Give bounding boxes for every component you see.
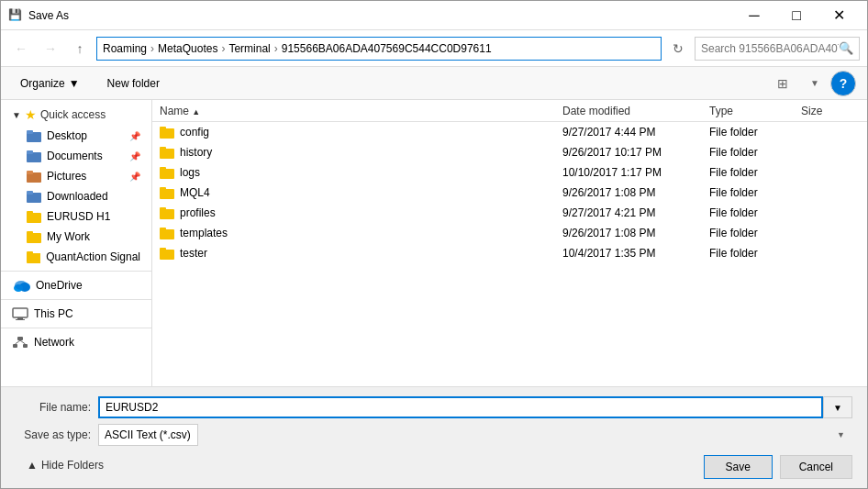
- table-row[interactable]: tester 10/4/2017 1:35 PM File folder: [152, 243, 867, 263]
- minimize-button[interactable]: ─: [733, 1, 775, 30]
- column-header-name[interactable]: Name ▲: [152, 103, 555, 119]
- table-row[interactable]: history 9/26/2017 10:17 PM File folder: [152, 142, 867, 162]
- hide-folders-label: Hide Folders: [41, 459, 104, 472]
- svg-rect-22: [23, 344, 28, 348]
- action-buttons: Save Cancel: [704, 455, 852, 479]
- file-list-header: Name ▲ Date modified Type Size: [152, 100, 867, 122]
- sidebar-item-documents[interactable]: Documents 📌: [1, 146, 151, 166]
- table-row[interactable]: profiles 9/27/2017 4:21 PM File folder: [152, 203, 867, 223]
- svg-rect-34: [160, 207, 166, 211]
- savetype-select[interactable]: ASCII Text (*.csv): [98, 424, 198, 446]
- help-button[interactable]: ?: [830, 71, 856, 96]
- close-button[interactable]: ✕: [818, 1, 860, 30]
- forward-button[interactable]: →: [38, 36, 63, 61]
- svg-line-23: [16, 340, 21, 344]
- savetype-row: Save as type: ASCII Text (*.csv): [16, 424, 852, 446]
- search-box: 🔍: [695, 37, 860, 61]
- sidebar-item-pictures[interactable]: Pictures 📌: [1, 166, 151, 186]
- breadcrumb-guid[interactable]: 915566BA06ADA407569C544CC0D97611: [282, 42, 492, 55]
- svg-rect-32: [160, 187, 166, 191]
- address-bar: ← → ↑ Roaming › MetaQuotes › Terminal › …: [1, 30, 867, 67]
- svg-rect-20: [17, 337, 23, 340]
- column-header-date[interactable]: Date modified: [555, 103, 702, 119]
- new-folder-button[interactable]: New folder: [99, 73, 168, 94]
- up-button[interactable]: ↑: [67, 36, 93, 61]
- sidebar-item-network[interactable]: Network: [1, 332, 151, 352]
- filename-label: File name:: [16, 401, 98, 414]
- hide-folders-button[interactable]: ▲ Hide Folders: [16, 455, 115, 475]
- breadcrumb-metaquotes[interactable]: MetaQuotes: [158, 42, 217, 55]
- breadcrumb-bar[interactable]: Roaming › MetaQuotes › Terminal › 915566…: [96, 37, 662, 61]
- savetype-wrapper: ASCII Text (*.csv): [98, 424, 852, 446]
- sidebar-item-desktop[interactable]: Desktop 📌: [1, 126, 151, 146]
- quick-access-header[interactable]: ▼ ★ Quick access: [1, 104, 151, 126]
- sidebar-item-label: Pictures: [47, 170, 86, 183]
- sidebar-item-label: This PC: [34, 307, 73, 320]
- svg-rect-36: [160, 228, 166, 231]
- filename-dropdown-button[interactable]: ▼: [823, 396, 852, 418]
- folder-icon: [160, 247, 174, 260]
- folder-icon: [27, 190, 41, 203]
- table-row[interactable]: templates 9/26/2017 1:08 PM File folder: [152, 223, 867, 243]
- table-row[interactable]: logs 10/10/2017 1:17 PM File folder: [152, 162, 867, 183]
- folder-icon: [27, 230, 41, 243]
- breadcrumb-roaming[interactable]: Roaming: [103, 42, 147, 55]
- sidebar-item-eurusd-h1[interactable]: EURUSD H1: [1, 206, 151, 227]
- cancel-button[interactable]: Cancel: [780, 455, 852, 479]
- sidebar-item-label: QuantAction Signal: [46, 250, 140, 263]
- folder-icon: [160, 227, 174, 239]
- svg-rect-17: [13, 308, 28, 317]
- folder-icon: [160, 186, 174, 199]
- chevron-down-icon: ▼: [12, 110, 21, 120]
- sidebar-item-thispc[interactable]: This PC: [1, 304, 151, 324]
- sidebar-divider-3: [1, 328, 151, 328]
- maximize-button[interactable]: □: [775, 1, 818, 30]
- save-as-dialog: 💾 Save As ─ □ ✕ ← → ↑ Roaming › MetaQuot…: [0, 0, 868, 489]
- svg-rect-28: [160, 147, 166, 150]
- organize-button[interactable]: Organize ▼: [12, 73, 88, 94]
- quick-access-star-icon: ★: [25, 107, 37, 122]
- sort-arrow: ▲: [192, 107, 200, 117]
- quick-access-label: Quick access: [40, 108, 106, 121]
- sidebar-item-label: Documents: [47, 150, 103, 162]
- sidebar-item-onedrive[interactable]: OneDrive: [1, 275, 151, 295]
- pin-icon: 📌: [129, 131, 140, 141]
- svg-rect-18: [17, 317, 23, 319]
- svg-rect-19: [16, 319, 25, 320]
- view-options-button[interactable]: ⊞: [766, 71, 799, 96]
- refresh-button[interactable]: ↻: [665, 36, 691, 61]
- main-content: ▼ ★ Quick access Desktop 📌 Documents 📌 P…: [1, 100, 867, 386]
- svg-rect-13: [27, 251, 33, 255]
- save-button[interactable]: Save: [704, 455, 773, 479]
- svg-rect-7: [27, 191, 33, 194]
- sidebar-item-label: Network: [34, 336, 74, 349]
- folder-icon: [27, 150, 41, 162]
- svg-point-16: [15, 281, 28, 290]
- search-input[interactable]: [701, 42, 839, 55]
- window-title: Save As: [28, 9, 733, 22]
- sidebar-item-downloaded[interactable]: Downloaded: [1, 186, 151, 206]
- svg-rect-21: [13, 344, 17, 348]
- back-button[interactable]: ←: [8, 36, 34, 61]
- column-header-size[interactable]: Size: [794, 103, 867, 119]
- folder-icon: [160, 166, 174, 179]
- savetype-label: Save as type:: [16, 428, 98, 441]
- bottom-section: File name: ▼ Save as type: ASCII Text (*…: [1, 386, 867, 488]
- column-header-type[interactable]: Type: [702, 103, 794, 119]
- breadcrumb-terminal[interactable]: Terminal: [228, 42, 270, 55]
- filename-row: File name: ▼: [16, 396, 852, 418]
- network-icon: [12, 336, 28, 349]
- onedrive-icon: [12, 279, 30, 292]
- table-row[interactable]: config 9/27/2017 4:44 PM File folder: [152, 122, 867, 142]
- svg-rect-26: [160, 127, 166, 130]
- chevron-up-icon: ▲: [27, 459, 38, 472]
- folder-icon: [160, 146, 174, 159]
- table-row[interactable]: MQL4 9/26/2017 1:08 PM File folder: [152, 183, 867, 203]
- filename-input[interactable]: [98, 396, 823, 418]
- pin-icon: 📌: [129, 172, 140, 182]
- sidebar-item-my-work[interactable]: My Work: [1, 227, 151, 247]
- file-list: Name ▲ Date modified Type Size config 9/…: [152, 100, 867, 386]
- sidebar-item-label: Downloaded: [47, 190, 108, 203]
- sidebar-item-quantaction[interactable]: QuantAction Signal: [1, 247, 151, 267]
- pin-icon: 📌: [129, 151, 140, 161]
